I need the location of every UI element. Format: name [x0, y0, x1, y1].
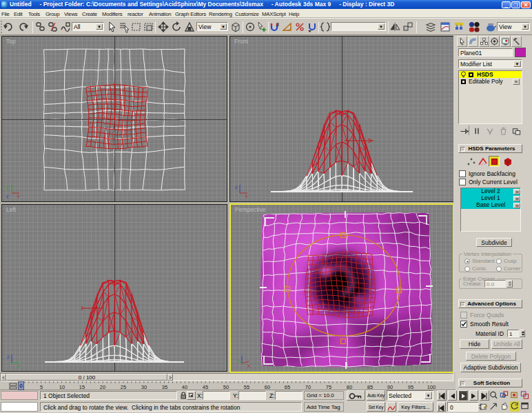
svg-text:x: x: [17, 194, 20, 199]
svg-text:95: 95: [408, 384, 413, 390]
svg-text:30: 30: [141, 384, 147, 390]
svg-text:20: 20: [100, 384, 105, 390]
svg-text:35: 35: [162, 384, 167, 390]
svg-text:100: 100: [427, 384, 436, 390]
svg-text:25: 25: [121, 384, 126, 390]
svg-text:Left: Left: [6, 206, 17, 213]
svg-text:z: z: [235, 185, 238, 190]
svg-text:z: z: [7, 354, 10, 359]
svg-text:55: 55: [244, 384, 249, 390]
svg-text:15: 15: [79, 384, 85, 390]
svg-text:60: 60: [265, 384, 270, 390]
svg-text:y: y: [6, 185, 9, 190]
svg-text:85: 85: [367, 384, 373, 390]
svg-text:Front: Front: [234, 38, 248, 45]
svg-text:40: 40: [182, 384, 187, 390]
svg-text:3: 3: [276, 22, 279, 27]
svg-text:80: 80: [347, 384, 352, 390]
svg-text:x: x: [245, 194, 248, 199]
svg-text:z: z: [6, 194, 9, 199]
svg-text:10: 10: [59, 384, 65, 390]
svg-text:Top: Top: [6, 38, 16, 45]
svg-text:Perspective: Perspective: [235, 206, 266, 213]
svg-text:90: 90: [387, 384, 393, 390]
svg-text:50: 50: [223, 384, 229, 390]
svg-text:65: 65: [285, 384, 290, 390]
svg-text:45: 45: [203, 384, 208, 390]
svg-text:5: 5: [40, 384, 43, 390]
svg-text:x: x: [247, 363, 250, 368]
svg-text:y: y: [17, 363, 20, 369]
svg-text:75: 75: [326, 384, 331, 390]
svg-text:70: 70: [305, 384, 311, 390]
